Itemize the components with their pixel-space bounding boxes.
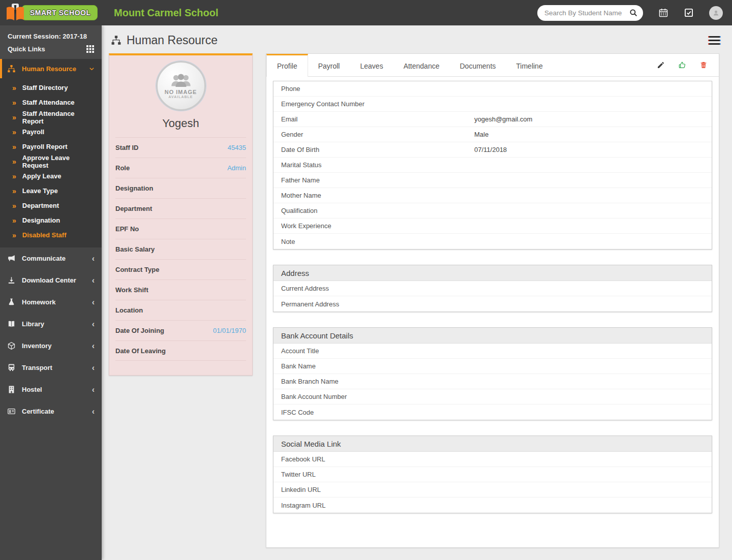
student-search[interactable] — [537, 5, 643, 21]
quick-links[interactable]: Quick Links — [8, 42, 94, 53]
row-label: EPF No — [115, 225, 139, 233]
menu-toggle-button[interactable] — [708, 36, 721, 45]
subitem-label: Apply Leave — [22, 172, 62, 180]
thumbs-up-icon[interactable] — [678, 61, 686, 69]
sidebar-subitem-department[interactable]: »Department — [0, 198, 102, 213]
sidebar-subitem-designation[interactable]: »Designation — [0, 213, 102, 228]
field-label: Linkedin URL — [281, 486, 474, 493]
download-icon — [7, 276, 16, 285]
sidebar-subitem-apply-leave[interactable]: »Apply Leave — [0, 169, 102, 183]
subitem-label: Designation — [22, 216, 60, 224]
field-row-work-experience: Work Experience — [273, 219, 712, 234]
field-label: Gender — [281, 131, 474, 138]
person-icon — [712, 9, 720, 17]
field-value: 07/11/2018 — [474, 146, 507, 153]
subitem-label: Staff Directory — [22, 84, 68, 91]
field-label: Marital Status — [281, 161, 474, 169]
sidebar-subitem-payroll[interactable]: »Payroll — [0, 125, 102, 139]
sidebar-subitem-staff-directory[interactable]: »Staff Directory — [0, 80, 102, 95]
field-row-qualification: Qualification — [273, 203, 712, 219]
field-row-emergency-contact: Emergency Contact Number — [273, 97, 712, 112]
subitem-label: Staff Attendance Report — [22, 110, 97, 125]
field-label: Note — [281, 238, 474, 245]
menu-label: Certificate — [22, 408, 54, 415]
field-label: Bank Name — [281, 362, 474, 370]
field-label: Date Of Birth — [281, 146, 474, 153]
sidebar-item-certificate[interactable]: Certificate ‹ — [0, 400, 102, 422]
staff-summary-card: NO IMAGE AVAILABLE Yogesh Staff ID45435 … — [109, 53, 253, 376]
no-image-subtext: AVAILABLE — [168, 95, 193, 99]
page-title: Human Resource — [127, 34, 218, 47]
sidebar-item-hostel[interactable]: Hostel ‹ — [0, 379, 102, 400]
menu-label: Download Center — [22, 276, 76, 284]
summary-row-designation: Designation — [115, 178, 246, 198]
tab-timeline[interactable]: Timeline — [506, 54, 553, 76]
row-label: Staff ID — [115, 144, 139, 151]
summary-row-date-of-joining: Date Of Joining01/01/1970 — [115, 320, 246, 340]
people-silhouette-icon — [168, 73, 194, 88]
field-label: Work Experience — [281, 222, 474, 230]
field-row-ifsc-code: IFSC Code — [273, 405, 712, 420]
field-label: Facebook URL — [281, 455, 474, 463]
sidebar-item-library[interactable]: Library ‹ — [0, 313, 102, 335]
search-input[interactable] — [544, 9, 629, 17]
main-content: Human Resource NO IMAGE AVAILABLE Yogesh… — [102, 25, 732, 560]
row-label: Location — [115, 306, 143, 314]
subitem-label: Staff Attendance — [22, 99, 75, 106]
sidebar-item-transport[interactable]: Transport ‹ — [0, 357, 102, 379]
tab-profile[interactable]: Profile — [266, 54, 308, 77]
app-header: SMART SCHOOL Mount Carmel School — [0, 0, 732, 25]
double-chevron-icon: » — [12, 172, 16, 180]
sidebar-subitem-staff-attendance-report[interactable]: »Staff Attendance Report — [0, 110, 102, 125]
tab-bar: Profile Payroll Leaves Attendance Docume… — [266, 54, 719, 77]
hr-submenu: »Staff Directory »Staff Attendance »Staf… — [0, 78, 102, 247]
sidebar-nav: Human Resource »Staff Directory »Staff A… — [0, 59, 102, 422]
tab-leaves[interactable]: Leaves — [350, 54, 393, 76]
sidebar-subitem-disabled-staff[interactable]: »Disabled Staff — [0, 228, 102, 242]
field-row-date-of-birth: Date Of Birth07/11/2018 — [273, 142, 712, 158]
tab-payroll[interactable]: Payroll — [308, 54, 350, 76]
search-icon[interactable] — [629, 8, 638, 17]
field-label: Mother Name — [281, 192, 474, 199]
sidebar-item-communicate[interactable]: Communicate ‹ — [0, 247, 102, 269]
app-logo[interactable]: SMART SCHOOL — [5, 4, 102, 22]
row-value: 01/01/1970 — [213, 327, 246, 334]
chevron-left-icon: ‹ — [92, 276, 95, 285]
field-row-gender: GenderMale — [273, 127, 712, 142]
field-label: Qualification — [281, 207, 474, 214]
trash-icon[interactable] — [699, 61, 708, 69]
field-row-email: Emailyogesh@gmail.com — [273, 112, 712, 127]
double-chevron-icon: » — [12, 231, 16, 239]
row-label: Designation — [115, 184, 153, 192]
field-label: Emergency Contact Number — [281, 100, 474, 108]
subitem-label: Disabled Staff — [22, 231, 67, 239]
book-icon — [7, 320, 16, 328]
tab-documents[interactable]: Documents — [449, 54, 506, 76]
logo-text: SMART SCHOOL — [21, 5, 98, 20]
quick-links-label: Quick Links — [8, 45, 45, 53]
box-icon — [7, 341, 16, 350]
chevron-left-icon: ‹ — [92, 255, 95, 263]
book-pen-logo-icon — [5, 4, 25, 22]
tasks-check-icon[interactable] — [684, 8, 694, 18]
sidebar-item-homework[interactable]: Homework ‹ — [0, 291, 102, 313]
calendar-icon[interactable] — [658, 8, 668, 18]
subitem-label: Payroll — [22, 128, 44, 136]
field-row-mother-name: Mother Name — [273, 188, 712, 203]
flask-icon — [7, 298, 16, 306]
sidebar-subitem-leave-type[interactable]: »Leave Type — [0, 183, 102, 198]
sidebar-subitem-staff-attendance[interactable]: »Staff Attendance — [0, 95, 102, 110]
sidebar-item-download-center[interactable]: Download Center ‹ — [0, 269, 102, 291]
sidebar-item-human-resource[interactable]: Human Resource — [0, 59, 102, 78]
sidebar-subitem-payroll-report[interactable]: »Payroll Report — [0, 139, 102, 154]
edit-pencil-icon[interactable] — [657, 61, 665, 69]
double-chevron-icon: » — [12, 187, 16, 195]
sidebar-subitem-approve-leave-request[interactable]: »Approve Leave Request — [0, 154, 102, 169]
row-label: Work Shift — [115, 286, 148, 294]
sidebar-item-inventory[interactable]: Inventory ‹ — [0, 335, 102, 357]
section-title: Address — [273, 265, 712, 281]
tab-attendance[interactable]: Attendance — [393, 54, 450, 76]
field-value: yogesh@gmail.com — [474, 115, 532, 123]
field-row-phone: Phone — [273, 81, 712, 97]
user-avatar[interactable] — [709, 6, 723, 20]
